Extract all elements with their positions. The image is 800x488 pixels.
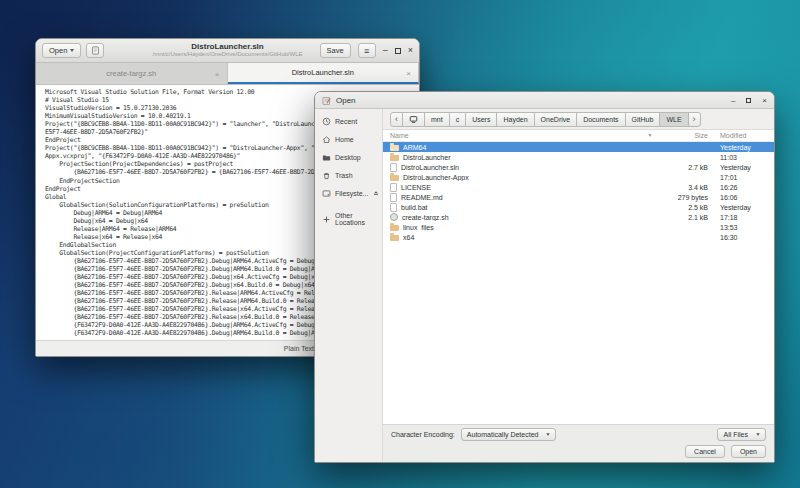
minimize-button[interactable]: –	[383, 46, 388, 55]
breadcrumb-wle[interactable]: WLE	[659, 112, 688, 127]
sidebar-item-label: Desktop	[335, 154, 361, 161]
file-name-cell: linux_files	[390, 223, 658, 231]
file-row-create-targz.sh[interactable]: create-targz.sh2.1 kB17:18	[383, 212, 774, 222]
maximize-button[interactable]	[395, 48, 401, 54]
file-name: LICENSE	[401, 184, 431, 191]
sidebar-item-desktop[interactable]: Desktop	[315, 148, 382, 166]
dialog-close-button[interactable]: ×	[762, 96, 767, 105]
file-filter-value: All Files	[723, 431, 748, 438]
breadcrumb-github[interactable]: GitHub	[625, 112, 661, 127]
tab-create-targz.sh[interactable]: create-targz.sh×	[36, 63, 228, 84]
file-row-x64[interactable]: x6416:30	[383, 232, 774, 242]
file-row-readme.md[interactable]: README.md279 bytes16:06	[383, 192, 774, 202]
breadcrumb-hayden[interactable]: Hayden	[496, 112, 534, 127]
dialog-titlebar: Open – ×	[315, 92, 774, 109]
file-name: linux_files	[403, 224, 434, 231]
breadcrumb-users[interactable]: Users	[465, 112, 497, 127]
tab-label: create-targz.sh	[106, 69, 156, 78]
window-title-block: DistroLauncher.sln /mnt/c/Users/Hayden/O…	[128, 42, 328, 58]
close-button[interactable]: ×	[408, 46, 413, 55]
file-name: build.bat	[401, 204, 427, 211]
file-name-cell: ARM64	[390, 143, 658, 151]
file-size: 3.4 kB	[658, 184, 718, 191]
open-document-button[interactable]: Open	[42, 43, 81, 58]
file-row-distrolauncher.sln[interactable]: DistroLauncher.sln2.7 kBYesterday	[383, 162, 774, 172]
file-row-distrolauncher[interactable]: DistroLauncher11:03	[383, 152, 774, 162]
file-modified: 17:18	[718, 214, 774, 221]
file-list: ARM64YesterdayDistroLauncher11:03DistroL…	[383, 142, 774, 424]
column-header-size[interactable]: Size	[658, 132, 718, 139]
breadcrumb-onedrive[interactable]: OneDrive	[534, 112, 578, 127]
file-modified: 13:53	[718, 224, 774, 231]
sidebar-item-filesyste-[interactable]: Filesyste...	[315, 184, 382, 202]
file-name-cell: LICENSE	[390, 183, 658, 192]
sidebar-item-label: Recent	[335, 118, 357, 125]
file-row-license[interactable]: LICENSE3.4 kB16:26	[383, 182, 774, 192]
sidebar-item-home[interactable]: Home	[315, 130, 382, 148]
file-modified: 16:30	[718, 234, 774, 241]
dialog-maximize-button[interactable]	[746, 98, 751, 103]
path-bar: ‹mntcUsersHaydenOneDriveDocumentsGitHubW…	[383, 109, 774, 130]
file-filter-dropdown[interactable]: All Files	[717, 428, 766, 441]
breadcrumb-c[interactable]: c	[449, 112, 467, 127]
sidebar-item-trash[interactable]: Trash	[315, 166, 382, 184]
places-sidebar: RecentHomeDesktopTrashFilesyste...Other …	[315, 109, 383, 462]
sidebar-item-other-locations[interactable]: Other Locations	[315, 210, 382, 228]
cancel-button[interactable]: Cancel	[685, 445, 725, 458]
file-row-distrolauncher-appx[interactable]: DistroLauncher-Appx17:01	[383, 172, 774, 182]
tab-DistroLauncher.sln[interactable]: DistroLauncher.sln×	[228, 63, 420, 84]
home-icon	[322, 135, 331, 144]
tab-close-icon[interactable]: ×	[215, 69, 220, 78]
path-forward-button[interactable]: ›	[688, 112, 701, 127]
file-modified: 16:06	[718, 194, 774, 201]
sidebar-item-label: Trash	[335, 172, 353, 179]
file-modified: 11:03	[718, 154, 774, 161]
chevron-down-icon	[756, 433, 760, 436]
menu-button[interactable]: ≡	[358, 43, 376, 58]
editor-tabbar: create-targz.sh×DistroLauncher.sln×	[36, 63, 419, 85]
chevron-down-icon	[547, 433, 551, 436]
file-name-cell: DistroLauncher.sln	[390, 163, 658, 172]
desktop-icon	[322, 153, 331, 162]
breadcrumb-documents[interactable]: Documents	[576, 112, 625, 127]
save-button[interactable]: Save	[320, 43, 351, 58]
open-button-label: Open	[49, 46, 67, 55]
file-icon	[390, 203, 397, 212]
breadcrumb: ‹mntcUsersHaydenOneDriveDocumentsGitHubW…	[390, 112, 701, 127]
character-encoding-value: Automatically Detected	[467, 431, 539, 438]
dialog-minimize-button[interactable]: –	[731, 96, 735, 105]
column-header-name[interactable]: Name	[390, 132, 658, 139]
file-modified: Yesterday	[718, 164, 774, 171]
new-document-icon	[91, 46, 100, 55]
file-name: DistroLauncher.sln	[401, 164, 459, 171]
dialog-title: Open	[336, 96, 356, 105]
language-label: Plain Text	[284, 345, 314, 352]
file-modified: Yesterday	[718, 144, 774, 151]
folder-icon	[390, 145, 399, 151]
file-name: x64	[403, 234, 414, 241]
dialog-bottom-bar: Character Encoding: Automatically Detect…	[383, 424, 774, 462]
window-title: DistroLauncher.sln	[128, 42, 328, 51]
file-row-arm64[interactable]: ARM64Yesterday	[383, 142, 774, 152]
open-button-label: Open	[740, 448, 757, 455]
file-modified: 17:01	[718, 174, 774, 181]
open-button[interactable]: Open	[731, 445, 766, 458]
sidebar-item-recent[interactable]: Recent	[315, 112, 382, 130]
breadcrumb-mnt[interactable]: mnt	[424, 112, 450, 127]
open-file-dialog: Open – × RecentHomeDesktopTrashFilesyste…	[314, 91, 775, 463]
eject-icon[interactable]	[372, 189, 380, 197]
file-row-build.bat[interactable]: build.bat2.5 kBYesterday	[383, 202, 774, 212]
file-row-linux_files[interactable]: linux_files13:53	[383, 222, 774, 232]
column-header-modified[interactable]: Modified	[718, 132, 774, 139]
file-name-cell: create-targz.sh	[390, 213, 658, 221]
path-computer-button[interactable]	[402, 112, 425, 127]
desktop-wallpaper: Open DistroLauncher.sln /mnt/c/Users/Hay…	[0, 0, 800, 488]
tab-close-icon[interactable]: ×	[406, 68, 411, 77]
character-encoding-dropdown[interactable]: Automatically Detected	[461, 428, 557, 441]
tab-label: DistroLauncher.sln	[292, 68, 354, 77]
plus-icon	[322, 215, 331, 224]
maximize-icon	[395, 48, 401, 54]
new-document-button[interactable]	[86, 43, 104, 58]
file-name: README.md	[401, 194, 443, 201]
name-column-label: Name	[390, 132, 409, 139]
